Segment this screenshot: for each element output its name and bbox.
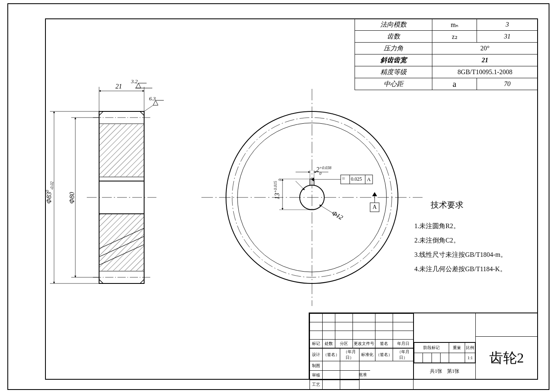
rev-col-zone: 分区 — [335, 340, 353, 348]
surface-finish-2: 6.3 — [149, 95, 156, 102]
row-design: 设计 — [310, 349, 323, 361]
requirement-4: 4.未注几何公差按GB/T1184-K。 — [414, 265, 506, 274]
dim-key-width: 2+0.0380 — [316, 165, 331, 181]
dim-outer-diameter: Φ830-0.02 — [45, 181, 54, 204]
mass-label: 重量 — [449, 343, 465, 353]
row-proc: 工艺 — [310, 380, 323, 390]
part-name: 齿轮2 — [476, 337, 537, 379]
gtol-datum-ref: A — [367, 176, 371, 183]
dim-width: 21 — [115, 83, 122, 90]
revision-table: 标记 处数 分区 更改文件号 签名 年月日 — [310, 313, 414, 348]
svg-line-5 — [140, 279, 144, 283]
svg-rect-15 — [99, 214, 144, 271]
requirement-1: 1.未注圆角R2。 — [414, 222, 460, 231]
rev-col-sig: 签名 — [375, 340, 393, 348]
requirement-2: 2.未注倒角C2。 — [414, 236, 460, 245]
rev-col-doc: 更改文件号 — [353, 340, 375, 348]
signature-table: 设计 （签名） （年月日） 标准化 （签名） （年月日） 制图 审核 工艺 — [310, 348, 414, 390]
gtol-value: 0.025 — [351, 176, 362, 182]
scale-label: 比例 — [465, 343, 475, 353]
scale-value: 1:1 — [465, 353, 475, 363]
row-draw: 制图 — [310, 361, 323, 371]
svg-line-4 — [99, 279, 103, 283]
stage-label: 阶段标记 — [414, 343, 449, 353]
datum-label: A — [373, 204, 377, 211]
dim-pitch-diameter: Φ80 — [68, 192, 76, 204]
svg-line-25 — [144, 105, 153, 111]
svg-line-3 — [140, 111, 144, 116]
row-check: 审核 — [310, 371, 323, 380]
outer-frame: 法向模数 mₙ 3 齿数 z₂ 31 压力角 20° 斜齿齿宽 21 精度等级 … — [7, 3, 549, 390]
title-block-right: 齿轮2 — [476, 313, 537, 379]
title-block-left: 标记 处数 分区 更改文件号 签名 年月日 设计 （签名） （年月日） 标准化 — [310, 313, 414, 379]
rev-col-date: 年月日 — [393, 340, 414, 348]
requirements-title: 技术要求 — [431, 199, 463, 211]
svg-line-2 — [99, 111, 103, 116]
requirement-3: 3.线性尺寸未注按GB/T1804-m。 — [414, 251, 507, 259]
row-approve: 批准 — [355, 370, 370, 379]
gtol-symbol: = — [342, 176, 345, 182]
inner-frame: 法向模数 mₙ 3 齿数 z₂ 31 压力角 20° 斜齿齿宽 21 精度等级 … — [45, 18, 538, 380]
rev-col-mark: 标记 — [310, 340, 323, 348]
sheet-count: 共1张 第1张 — [414, 363, 475, 379]
svg-rect-14 — [99, 124, 144, 177]
dim-key-height: 13+0.0150 — [273, 179, 282, 199]
surface-finish-1: 3.2 — [131, 78, 138, 85]
rev-col-count: 处数 — [323, 340, 335, 348]
title-block: 标记 处数 分区 更改文件号 签名 年月日 设计 （签名） （年月日） 标准化 — [309, 313, 538, 380]
title-block-mid: 阶段标记 重量 比例 1:1 共1张 第1张 — [414, 313, 476, 379]
svg-line-42 — [296, 181, 305, 190]
